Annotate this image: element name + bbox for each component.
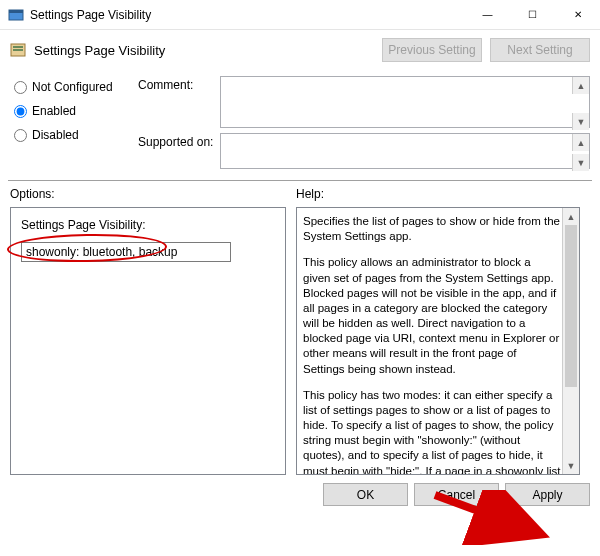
- options-label: Options:: [10, 187, 296, 201]
- dialog-buttons: OK Cancel Apply: [0, 475, 600, 514]
- svg-rect-1: [9, 10, 23, 13]
- config-section: Not Configured Enabled Disabled Comment:…: [0, 70, 600, 174]
- app-icon: [8, 7, 24, 23]
- titlebar: Settings Page Visibility — ☐ ✕: [0, 0, 600, 30]
- previous-setting-button[interactable]: Previous Setting: [382, 38, 482, 62]
- supported-on-label: Supported on:: [138, 133, 216, 149]
- minimize-button[interactable]: —: [465, 0, 510, 29]
- chevron-up-icon[interactable]: ▲: [572, 77, 589, 94]
- chevron-down-icon[interactable]: ▼: [572, 113, 589, 130]
- scroll-down-icon[interactable]: ▼: [563, 457, 579, 474]
- radio-not-configured[interactable]: Not Configured: [14, 80, 126, 94]
- policy-header: Settings Page Visibility Previous Settin…: [0, 30, 600, 70]
- scrollbar[interactable]: ▲ ▼: [562, 208, 579, 474]
- help-p1: Specifies the list of pages to show or h…: [303, 214, 561, 244]
- scroll-track[interactable]: [563, 225, 579, 457]
- help-p2: This policy allows an administrator to b…: [303, 255, 561, 376]
- maximize-button[interactable]: ☐: [510, 0, 555, 29]
- apply-button[interactable]: Apply: [505, 483, 590, 506]
- svg-rect-4: [13, 49, 23, 51]
- radio-enabled-input[interactable]: [14, 105, 27, 118]
- ok-button[interactable]: OK: [323, 483, 408, 506]
- radio-enabled[interactable]: Enabled: [14, 104, 126, 118]
- close-button[interactable]: ✕: [555, 0, 600, 29]
- chevron-up-icon[interactable]: ▲: [572, 134, 589, 151]
- radio-disabled[interactable]: Disabled: [14, 128, 126, 142]
- policy-title: Settings Page Visibility: [34, 43, 374, 58]
- options-panel: Settings Page Visibility:: [10, 207, 286, 475]
- visibility-input[interactable]: [21, 242, 231, 262]
- supported-on-input[interactable]: [220, 133, 590, 169]
- window-title: Settings Page Visibility: [30, 8, 465, 22]
- divider: [8, 180, 592, 181]
- svg-rect-3: [13, 46, 23, 48]
- help-panel: Specifies the list of pages to show or h…: [296, 207, 580, 475]
- chevron-down-icon[interactable]: ▼: [572, 154, 589, 171]
- help-p3: This policy has two modes: it can either…: [303, 388, 561, 475]
- radio-not-configured-input[interactable]: [14, 81, 27, 94]
- state-radios: Not Configured Enabled Disabled: [14, 76, 126, 172]
- help-label: Help:: [296, 187, 324, 201]
- scroll-up-icon[interactable]: ▲: [563, 208, 579, 225]
- panels: Settings Page Visibility: Specifies the …: [0, 207, 600, 475]
- scroll-thumb[interactable]: [565, 225, 577, 387]
- help-text: Specifies the list of pages to show or h…: [303, 214, 561, 475]
- panel-labels: Options: Help:: [0, 185, 600, 207]
- radio-disabled-input[interactable]: [14, 129, 27, 142]
- window-buttons: — ☐ ✕: [465, 0, 600, 29]
- radio-disabled-label: Disabled: [32, 128, 79, 142]
- comment-label: Comment:: [138, 76, 216, 92]
- radio-not-configured-label: Not Configured: [32, 80, 113, 94]
- radio-enabled-label: Enabled: [32, 104, 76, 118]
- next-setting-button[interactable]: Next Setting: [490, 38, 590, 62]
- visibility-field-label: Settings Page Visibility:: [21, 218, 275, 232]
- comment-input[interactable]: [220, 76, 590, 128]
- cancel-button[interactable]: Cancel: [414, 483, 499, 506]
- policy-icon: [10, 42, 26, 58]
